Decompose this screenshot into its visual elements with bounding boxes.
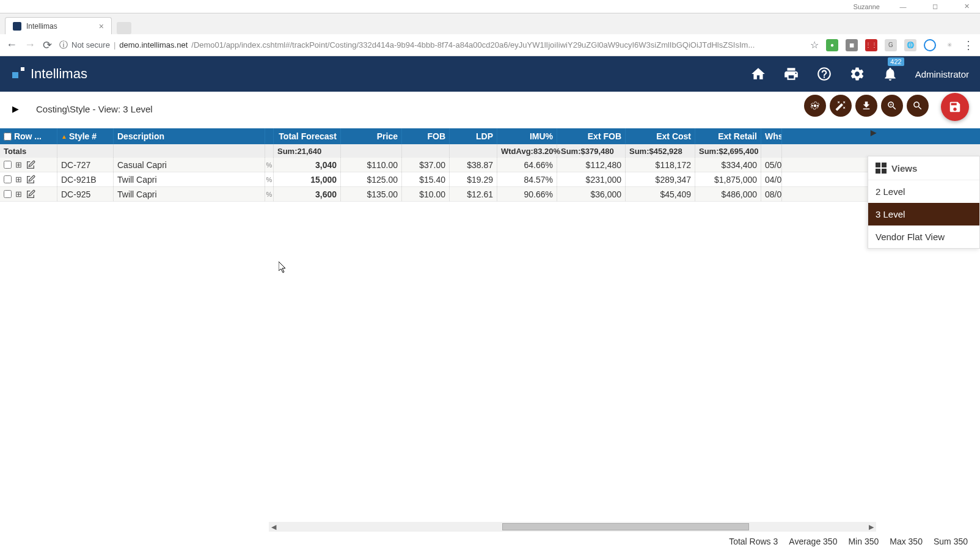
help-icon[interactable] [816,66,832,82]
cell-price[interactable]: $125.00 [341,172,402,186]
cell-ldp[interactable]: $12.61 [450,187,497,201]
extension-icon[interactable]: ⋮⋮ [865,39,877,51]
cell-extfob[interactable]: $231,000 [557,172,626,186]
new-tab-button[interactable] [117,22,131,34]
window-close[interactable]: ✕ [958,2,975,10]
cell-imu[interactable]: 84.57% [497,172,557,186]
cell-forecast[interactable]: 15,000 [274,172,341,186]
view-option[interactable]: 3 Level [868,203,979,226]
cell-forecast[interactable]: 3,600 [274,187,341,201]
scroll-track[interactable] [279,523,866,530]
view-option[interactable]: Vendor Flat View [868,226,979,248]
cell-price[interactable]: $135.00 [341,187,402,201]
site-info-icon[interactable]: ⓘ [59,40,68,51]
cell-extfob[interactable]: $112,480 [557,158,626,172]
row-checkbox[interactable] [4,190,12,198]
cell-style[interactable]: DC-925 [57,187,114,201]
cell-extret[interactable]: $334,400 [695,158,761,172]
cell-imu[interactable]: 64.66% [497,158,557,172]
col-extret[interactable]: Ext Retail [695,128,761,144]
cell-price[interactable]: $110.00 [341,158,402,172]
col-whse[interactable]: Whs [761,128,782,144]
extension-icon[interactable]: ● [826,39,838,51]
settings-round-icon[interactable] [804,95,826,117]
edit-row-icon[interactable] [26,175,35,185]
reload-button[interactable]: ⟳ [43,38,52,52]
table-row[interactable]: ⊞DC-921BTwill Capri%15,000$125.00$15.40$… [0,172,980,187]
window-minimize[interactable]: — [894,3,912,10]
print-icon[interactable] [783,66,799,82]
cell-extcost[interactable]: $289,347 [626,172,695,186]
cell-imu[interactable]: 90.66% [497,187,557,201]
row-checkbox[interactable] [4,175,12,183]
download-icon[interactable] [855,95,877,117]
cell-style[interactable]: DC-921B [57,172,114,186]
gear-icon[interactable] [849,66,865,82]
browser-menu-icon[interactable]: ⋮ [963,38,974,52]
pct-icon[interactable]: % [265,187,274,201]
bell-icon[interactable]: 422 [882,66,898,82]
forward-button[interactable]: → [24,38,35,51]
col-price[interactable]: Price [341,128,402,144]
edit-row-icon[interactable] [26,189,35,199]
cell-desc[interactable]: Twill Capri [114,172,265,186]
pct-icon[interactable]: % [265,172,274,186]
cell-whse[interactable]: 05/0 [761,158,782,172]
cell-desc[interactable]: Casual Capri [114,158,265,172]
extension-icon[interactable]: ◼ [846,39,858,51]
cell-ldp[interactable]: $38.87 [450,158,497,172]
cell-extret[interactable]: $486,000 [695,187,761,201]
extension-icon[interactable]: G [885,39,897,51]
horizontal-scrollbar[interactable]: ◀ ▶ [269,522,876,532]
view-option[interactable]: 2 Level [868,180,979,203]
cell-extcost[interactable]: $45,409 [626,187,695,201]
col-row[interactable]: Row ... [0,128,57,144]
bookmark-icon[interactable]: ☆ [810,39,819,51]
cell-whse[interactable]: 08/0 [761,187,782,201]
address-bar[interactable]: ⓘ Not secure | demo.intellimas.net/Demo0… [59,40,803,51]
col-extfob[interactable]: Ext FOB [557,128,626,144]
extension-icon[interactable]: ✳ [943,39,956,51]
back-button[interactable]: ← [6,38,17,51]
col-imu[interactable]: IMU% [497,128,557,144]
tab-close-icon[interactable]: × [99,21,104,31]
pct-icon[interactable]: % [265,158,274,172]
zoom-in-icon[interactable] [881,95,903,117]
scroll-right-arrow[interactable]: ▶ [866,523,876,531]
table-row[interactable]: ⊞DC-925Twill Capri%3,600$135.00$10.00$12… [0,187,980,202]
search-icon[interactable] [907,95,929,117]
browser-tab[interactable]: Intellimas × [5,17,112,34]
window-maximize[interactable]: ◻ [926,2,943,10]
select-all-checkbox[interactable] [4,133,12,141]
table-row[interactable]: ⊞DC-727Casual Capri%3,040$110.00$37.00$3… [0,158,980,172]
scroll-thumb[interactable] [502,523,749,530]
expand-panel-icon[interactable]: ▶ [12,104,19,114]
cell-fob[interactable]: $10.00 [402,187,450,201]
cell-ldp[interactable]: $19.29 [450,172,497,186]
cell-style[interactable]: DC-727 [57,158,114,172]
app-logo[interactable]: Intellimas [11,66,87,82]
save-button[interactable] [941,93,969,121]
edit-row-icon[interactable] [26,160,35,170]
user-label[interactable]: Administrator [915,69,969,79]
col-extcost[interactable]: Ext Cost [626,128,695,144]
cell-extret[interactable]: $1,875,000 [695,172,761,186]
cell-fob[interactable]: $15.40 [402,172,450,186]
col-ldp[interactable]: LDP [450,128,497,144]
expand-row-icon[interactable]: ⊞ [15,160,22,169]
cell-extcost[interactable]: $118,172 [626,158,695,172]
col-fob[interactable]: FOB [402,128,450,144]
extension-icon[interactable]: 🌐 [904,39,916,51]
row-checkbox[interactable] [4,161,12,169]
wand-icon[interactable] [830,95,852,117]
expand-row-icon[interactable]: ⊞ [15,175,22,184]
cell-desc[interactable]: Twill Capri [114,187,265,201]
scroll-left-arrow[interactable]: ◀ [269,523,279,531]
col-style[interactable]: ▲Style # [57,128,114,144]
scroll-right-icon[interactable]: ▶ [871,128,876,137]
extension-icon[interactable] [924,39,936,51]
cell-whse[interactable]: 04/0 [761,172,782,186]
col-desc[interactable]: Description [114,128,265,144]
cell-extfob[interactable]: $36,000 [557,187,626,201]
cell-forecast[interactable]: 3,040 [274,158,341,172]
